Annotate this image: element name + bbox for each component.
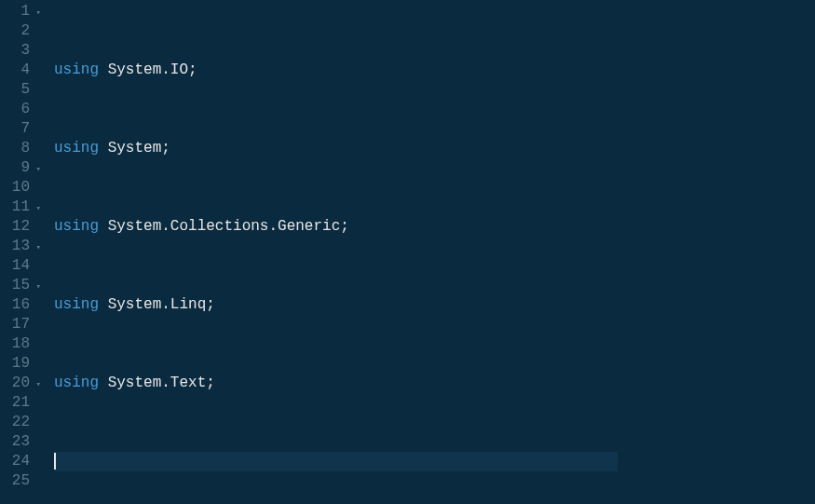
line-number: 13▾ xyxy=(0,237,30,256)
line-number: 1▾ xyxy=(0,2,30,21)
line-number: 4 xyxy=(0,61,30,80)
line-number: 23 xyxy=(0,432,30,452)
text-cursor xyxy=(54,453,56,470)
code-editor: 1▾23456789▾1011▾1213▾1415▾1617181920▾212… xyxy=(0,0,815,504)
code-line-active[interactable] xyxy=(54,452,618,471)
line-number: 22 xyxy=(0,413,30,432)
line-number: 3 xyxy=(0,41,30,61)
line-number: 15▾ xyxy=(0,276,30,295)
semicolon: ; xyxy=(188,61,197,78)
line-number: 9▾ xyxy=(0,158,30,178)
line-number: 20▾ xyxy=(0,374,30,393)
semicolon: ; xyxy=(161,140,170,157)
namespace-ref: System.Linq xyxy=(108,296,207,313)
line-number: 16 xyxy=(0,295,30,315)
namespace-ref: System.IO xyxy=(108,61,188,78)
code-line[interactable]: using System.Linq; xyxy=(54,295,618,315)
line-number: 18 xyxy=(0,334,30,354)
namespace-ref: System xyxy=(108,140,162,157)
line-number-gutter: 1▾23456789▾1011▾1213▾1415▾1617181920▾212… xyxy=(0,0,37,504)
semicolon: ; xyxy=(340,218,349,235)
keyword: using xyxy=(54,375,99,391)
line-number: 19 xyxy=(0,354,30,374)
line-number: 2 xyxy=(0,21,30,41)
code-line[interactable]: using System.IO; xyxy=(54,61,618,80)
keyword: using xyxy=(54,140,99,157)
namespace-ref: System.Collections.Generic xyxy=(108,218,341,235)
line-number: 6 xyxy=(0,100,30,119)
line-number: 17 xyxy=(0,315,30,334)
keyword: using xyxy=(54,61,99,78)
line-number: 10 xyxy=(0,178,30,198)
line-number: 5 xyxy=(0,80,30,100)
line-number: 21 xyxy=(0,393,30,413)
line-number: 12 xyxy=(0,217,30,237)
keyword: using xyxy=(54,296,99,313)
code-area[interactable]: using System.IO; using System; using Sys… xyxy=(37,0,618,504)
code-line[interactable]: using System.Collections.Generic; xyxy=(54,217,618,237)
code-line[interactable]: using System.Text; xyxy=(54,374,618,393)
semicolon: ; xyxy=(206,296,215,313)
code-line[interactable]: using System; xyxy=(54,139,618,158)
line-number: 14 xyxy=(0,256,30,276)
keyword: using xyxy=(54,218,99,235)
line-number: 25 xyxy=(0,471,30,491)
semicolon: ; xyxy=(206,375,215,391)
line-number: 8 xyxy=(0,139,30,158)
line-number: 7 xyxy=(0,119,30,139)
line-number: 24 xyxy=(0,452,30,471)
line-number: 11▾ xyxy=(0,198,30,217)
namespace-ref: System.Text xyxy=(108,375,207,391)
